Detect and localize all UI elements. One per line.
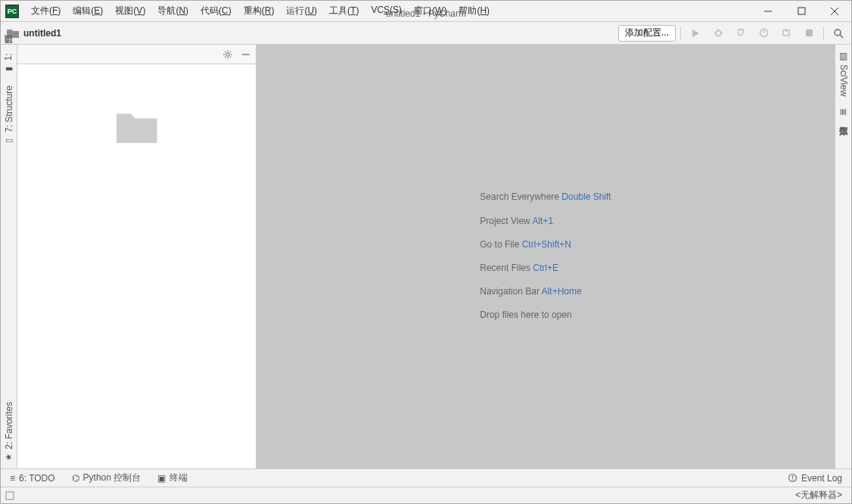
status-indicator-icon[interactable] bbox=[5, 491, 14, 500]
hint-shortcut: Double Shift bbox=[561, 191, 611, 202]
python-console-label: Python 控制台 bbox=[83, 471, 141, 484]
editor-hint-row: Project View Alt+1 bbox=[480, 210, 611, 233]
terminal-button[interactable]: ▣终端 bbox=[154, 470, 191, 486]
editor-empty-area[interactable]: Search Everywhere Double ShiftProject Vi… bbox=[257, 45, 835, 468]
list-icon: ≡ bbox=[10, 473, 15, 484]
title-bar: PC 文件(F)编辑(E)视图(V)导航(N)代码(C)重构(R)运行(U)工具… bbox=[1, 1, 851, 22]
close-button[interactable] bbox=[818, 1, 851, 21]
folder-large-icon bbox=[117, 110, 157, 143]
hide-panel-icon[interactable] bbox=[241, 49, 251, 60]
hint-text: Go to File bbox=[480, 239, 521, 250]
hint-shortcut: Alt+1 bbox=[532, 216, 553, 226]
svg-rect-13 bbox=[806, 30, 813, 36]
coverage-icon[interactable] bbox=[731, 25, 751, 42]
editor-hint-row: Recent Files Ctrl+E bbox=[480, 257, 611, 280]
gear-icon[interactable] bbox=[222, 49, 233, 60]
editor-hint-row: Search Everywhere Double Shift bbox=[480, 185, 611, 209]
stop-icon[interactable] bbox=[799, 25, 819, 42]
hint-text: Recent Files bbox=[480, 263, 533, 273]
hint-shortcut: Ctrl+Shift+N bbox=[522, 239, 571, 250]
rail-spacer bbox=[1, 151, 17, 396]
python-console-button[interactable]: ⌬Python 控制台 bbox=[69, 470, 145, 486]
todo-tool-button[interactable]: ≡6: TODO bbox=[7, 471, 58, 485]
rail-structure-label: 7: Structure bbox=[4, 86, 14, 132]
menu-f[interactable]: 文件(F) bbox=[25, 2, 67, 20]
editor-hint-row: Navigation Bar Alt+Home bbox=[480, 280, 611, 303]
terminal-icon: ▣ bbox=[157, 473, 166, 484]
attach-icon[interactable] bbox=[776, 25, 796, 42]
svg-point-5 bbox=[716, 31, 721, 36]
main-body: ▮1: 项目 ▯7: Structure ★2: Favorites Searc… bbox=[1, 45, 851, 468]
window-title: untitled1 - PyCharm bbox=[386, 8, 466, 19]
svg-line-21 bbox=[225, 51, 225, 52]
svg-point-16 bbox=[226, 52, 229, 55]
separator bbox=[680, 26, 681, 40]
editor-hint-row: Go to File Ctrl+Shift+N bbox=[480, 233, 611, 257]
svg-line-22 bbox=[230, 56, 231, 57]
rail-database[interactable]: ≣数据库 bbox=[835, 102, 851, 125]
bottom-tool-bar: ≡6: TODO ⌬Python 控制台 ▣终端 Event Log bbox=[1, 468, 851, 487]
menu-n[interactable]: 导航(N) bbox=[151, 2, 194, 20]
menu-e[interactable]: 编辑(E) bbox=[67, 2, 109, 20]
rail-project[interactable]: ▮1: 项目 bbox=[1, 45, 17, 79]
window-controls bbox=[751, 1, 851, 21]
todo-label: 6: TODO bbox=[19, 473, 55, 484]
menu-r[interactable]: 重构(R) bbox=[238, 2, 281, 20]
python-icon: ⌬ bbox=[72, 473, 79, 484]
project-panel-header bbox=[17, 45, 256, 64]
rail-project-label: 1: 项目 bbox=[2, 51, 15, 61]
terminal-label: 终端 bbox=[169, 471, 188, 484]
svg-rect-29 bbox=[6, 492, 14, 499]
menu-t[interactable]: 工具(T) bbox=[323, 2, 365, 20]
svg-line-15 bbox=[840, 35, 843, 38]
interpreter-status[interactable]: <无解释器> bbox=[795, 489, 847, 502]
hint-text: Project View bbox=[480, 216, 532, 226]
editor-hint-row: Drop files here to open bbox=[480, 303, 611, 327]
right-tool-rail: ▥SciView ≣数据库 bbox=[835, 45, 851, 468]
hint-text: Navigation Bar bbox=[480, 286, 541, 297]
hint-text: Drop files here to open bbox=[480, 310, 571, 320]
status-bar: <无解释器> bbox=[1, 487, 851, 503]
app-icon: PC bbox=[5, 5, 19, 18]
profile-icon[interactable] bbox=[754, 25, 773, 42]
event-log-label: Event Log bbox=[801, 473, 842, 484]
separator bbox=[823, 26, 824, 40]
run-icon[interactable] bbox=[686, 25, 705, 42]
svg-rect-28 bbox=[792, 480, 793, 481]
menu-c[interactable]: 代码(C) bbox=[194, 2, 238, 20]
rail-favorites-label: 2: Favorites bbox=[4, 402, 14, 450]
rail-sciview[interactable]: ▥SciView bbox=[835, 45, 851, 102]
svg-rect-27 bbox=[792, 475, 793, 478]
project-tool-window bbox=[17, 45, 257, 468]
menu-u[interactable]: 运行(U) bbox=[280, 2, 323, 20]
breadcrumb-project[interactable]: untitled1 bbox=[23, 28, 61, 39]
search-icon[interactable] bbox=[829, 25, 848, 42]
svg-point-14 bbox=[835, 30, 841, 36]
folder-icon bbox=[7, 28, 19, 38]
debug-icon[interactable] bbox=[708, 25, 728, 42]
add-configuration-button[interactable]: 添加配置... bbox=[618, 25, 676, 42]
hint-text: Search Everywhere bbox=[480, 191, 561, 202]
rail-favorites[interactable]: ★2: Favorites bbox=[1, 396, 17, 468]
menu-v[interactable]: 视图(V) bbox=[109, 2, 151, 20]
nav-bar: untitled1 添加配置... bbox=[1, 22, 851, 45]
svg-line-23 bbox=[230, 51, 231, 52]
svg-marker-4 bbox=[692, 30, 699, 37]
event-log-icon bbox=[788, 473, 798, 483]
hint-shortcut: Ctrl+E bbox=[533, 263, 558, 273]
hint-shortcut: Alt+Home bbox=[542, 286, 582, 297]
project-panel-body[interactable] bbox=[17, 64, 256, 468]
left-tool-rail: ▮1: 项目 ▯7: Structure ★2: Favorites bbox=[1, 45, 17, 468]
svg-rect-1 bbox=[798, 8, 805, 14]
minimize-button[interactable] bbox=[751, 1, 785, 21]
maximize-button[interactable] bbox=[785, 1, 818, 21]
svg-line-24 bbox=[225, 56, 225, 57]
rail-sciview-label: SciView bbox=[838, 64, 849, 96]
editor-hints: Search Everywhere Double ShiftProject Vi… bbox=[480, 185, 611, 327]
rail-structure[interactable]: ▯7: Structure bbox=[1, 79, 17, 151]
event-log-button[interactable]: Event Log bbox=[785, 471, 845, 485]
